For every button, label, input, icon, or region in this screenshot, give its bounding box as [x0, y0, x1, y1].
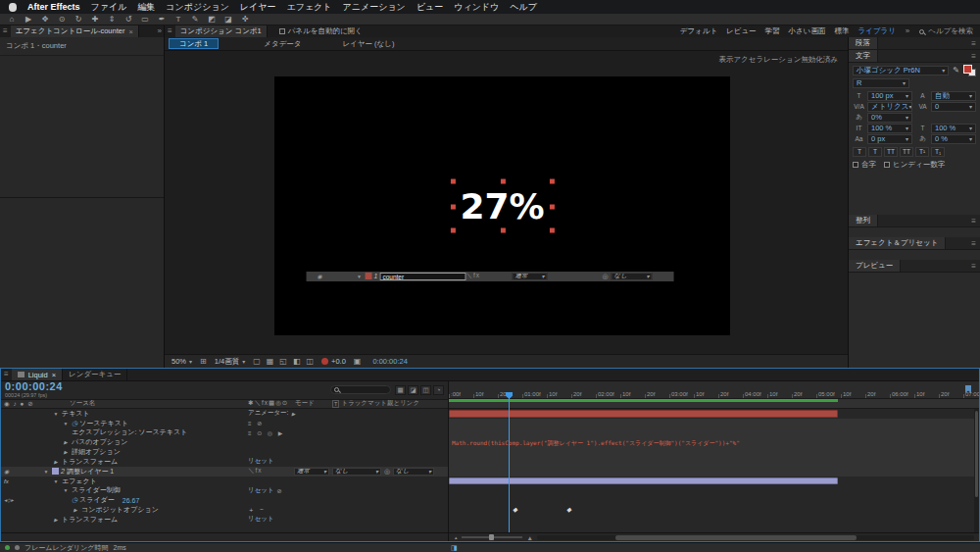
- row-option-icons[interactable]: ≡ ⊙ ◎ ▶: [248, 429, 284, 436]
- faux-style-0[interactable]: T: [853, 147, 866, 157]
- pickwhip-icon[interactable]: ◎: [384, 468, 390, 476]
- text-layer-selection[interactable]: 27%: [452, 181, 552, 231]
- current-time-block[interactable]: 0:00:00:24 00024 (29.97 fps): [5, 381, 63, 398]
- layer-adjustment-track[interactable]: [449, 477, 979, 486]
- resolution-select[interactable]: 1/4画質 ▾: [215, 357, 245, 367]
- panel-menu-icon[interactable]: ≡: [967, 50, 980, 62]
- puppet-pin-tool[interactable]: ✜: [240, 14, 250, 25]
- selection-handle[interactable]: [500, 179, 505, 184]
- group-effects-track[interactable]: [449, 485, 979, 495]
- composition-frame[interactable]: 27%: [274, 76, 730, 335]
- help-search[interactable]: ヘルプを検索: [919, 26, 973, 36]
- column-parent-link[interactable]: 親とリンク: [387, 399, 448, 408]
- layer-switches[interactable]: ＼fx: [248, 467, 291, 476]
- panel-menu-icon[interactable]: ≡: [165, 25, 175, 37]
- channel-icon[interactable]: ◧: [293, 357, 301, 366]
- comp-mini-flowchart-icon[interactable]: ▦: [395, 385, 406, 395]
- group-transform-adjustment-track[interactable]: [449, 525, 979, 532]
- pen-tool[interactable]: ✒: [157, 14, 167, 25]
- prop-source-text[interactable]: ▼◷ソーステキスト≡ ⊘: [1, 419, 448, 428]
- hand-tool[interactable]: ✥: [40, 14, 50, 25]
- eyedropper-icon[interactable]: ✎: [953, 66, 959, 75]
- fill-color-swatch[interactable]: [963, 65, 972, 74]
- reset-link[interactable]: リセット: [248, 515, 274, 524]
- frame-blending-icon[interactable]: ◫: [420, 385, 431, 395]
- proportional-metrics-select[interactable]: 0 %▾: [931, 134, 976, 144]
- collapse-icon[interactable]: ▼: [52, 478, 60, 484]
- selection-handle[interactable]: [550, 204, 555, 209]
- tab-paragraph[interactable]: 段落: [849, 37, 878, 49]
- tab-layer-viewer[interactable]: レイヤー (なし): [335, 37, 403, 50]
- apple-menu-icon[interactable]: [9, 3, 17, 12]
- collapse-icon[interactable]: ▼: [62, 421, 70, 427]
- tab-character[interactable]: 文字: [849, 50, 878, 62]
- pixel-aspect-icon[interactable]: ◫: [306, 357, 314, 366]
- clone-stamp-tool[interactable]: ◩: [207, 14, 217, 25]
- leading-select[interactable]: 自動▾: [931, 91, 976, 101]
- column-switches[interactable]: ✱＼fx▦◎⊙: [248, 399, 295, 408]
- parent-select[interactable]: なし▾: [393, 468, 434, 476]
- horizontal-scale-select[interactable]: 100 %▾: [931, 124, 976, 133]
- close-icon[interactable]: ×: [52, 371, 56, 379]
- work-area-strip[interactable]: [449, 399, 979, 409]
- collapse-icon[interactable]: ▼: [52, 411, 60, 417]
- faux-style-4[interactable]: T¹: [915, 147, 929, 157]
- checkbox-ヒンディー数字[interactable]: ヒンディー数字: [884, 160, 945, 170]
- group-more-options[interactable]: ▶詳細オプション: [1, 447, 448, 457]
- comp-text[interactable]: 27%: [460, 186, 544, 226]
- column-source-name[interactable]: ソース名: [70, 399, 95, 406]
- faux-style-1[interactable]: T: [868, 147, 882, 157]
- selection-handle[interactable]: [450, 228, 455, 233]
- viewer-timecode[interactable]: 0:00:00:24: [372, 357, 407, 366]
- group-composite-options-track[interactable]: [449, 515, 979, 525]
- close-icon[interactable]: ×: [128, 27, 132, 36]
- prop-slider[interactable]: ◂◇▸◷スライダー26.67: [1, 495, 448, 505]
- home-tool[interactable]: ⌂: [7, 14, 17, 25]
- expression-source-text[interactable]: エクスプレッション: ソーステキスト≡ ⊙ ◎ ▶: [1, 427, 448, 437]
- orbit-camera-tool[interactable]: ↻: [74, 14, 83, 25]
- stopwatch-icon[interactable]: ◷: [72, 420, 77, 427]
- panel-menu-icon[interactable]: ≡: [967, 215, 980, 226]
- fill-stroke-swatch[interactable]: [963, 65, 976, 76]
- selection-tool[interactable]: ▶: [24, 14, 33, 25]
- current-time-display[interactable]: 0:00:00:24: [5, 381, 63, 392]
- brush-tool[interactable]: ✎: [190, 14, 200, 25]
- selection-handle[interactable]: [550, 228, 555, 233]
- slider-value[interactable]: 26.67: [122, 497, 140, 504]
- timeline-vertical-scrollbar[interactable]: [974, 409, 979, 532]
- menu-view[interactable]: ビュー: [416, 1, 443, 14]
- baseline-shift-select[interactable]: 0 px▾: [867, 134, 912, 144]
- prop-source-text-track[interactable]: [449, 427, 979, 437]
- overflow-chevron-icon[interactable]: »: [156, 25, 164, 37]
- expand-icon[interactable]: ▶: [52, 517, 60, 523]
- faux-style-2[interactable]: TT: [884, 147, 898, 157]
- draft-3d-icon[interactable]: ◪: [408, 385, 418, 395]
- row-option-icons[interactable]: ≡ ⊘: [248, 420, 264, 427]
- workspace-default[interactable]: デフォルト: [680, 26, 717, 36]
- tab-composition[interactable]: コンポジション コンポ1: [175, 25, 268, 37]
- expand-icon[interactable]: ▶: [62, 449, 70, 455]
- mask-visibility-icon[interactable]: ◱: [279, 357, 287, 366]
- faux-style-3[interactable]: TT: [900, 147, 913, 157]
- panel-menu-icon[interactable]: ≡: [1, 369, 12, 380]
- workspace-standard[interactable]: 標準: [834, 26, 849, 36]
- group-slider-control-track[interactable]: [449, 495, 979, 505]
- selection-handle[interactable]: [450, 204, 455, 209]
- magnification-select[interactable]: 50% ▾: [172, 357, 192, 366]
- grid-guides-icon[interactable]: ⊞: [200, 357, 207, 366]
- menu-file[interactable]: ファイル: [91, 1, 127, 14]
- expand-icon[interactable]: ▶: [52, 459, 60, 465]
- reset-link[interactable]: リセット: [248, 457, 274, 466]
- layer-duration-bar[interactable]: [449, 477, 838, 485]
- group-transform-adjustment[interactable]: ▶トランスフォームリセット: [1, 515, 448, 525]
- expand-icon[interactable]: ▶: [62, 439, 70, 445]
- group-composite-options[interactable]: ▶コンポジットオプション＋ −: [1, 505, 448, 515]
- tab-render-queue[interactable]: レンダーキュー: [63, 369, 127, 380]
- font-family-select[interactable]: 小塚ゴシック Pr6N ▾: [853, 66, 949, 75]
- pan-camera-tool[interactable]: ✚: [90, 14, 100, 25]
- expand-icon[interactable]: ▶: [72, 507, 79, 513]
- zoom-out-icon[interactable]: ▲: [454, 535, 458, 540]
- app-menu[interactable]: After Effects: [27, 2, 80, 12]
- keyframe-navigator[interactable]: ◂◇▸: [4, 497, 14, 503]
- comp-tab-comp1[interactable]: コンポ 1: [169, 38, 219, 49]
